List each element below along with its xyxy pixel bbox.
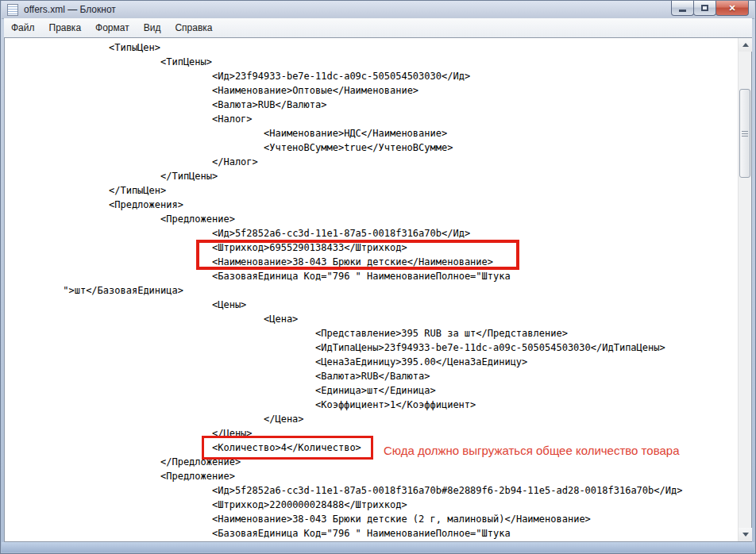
xml-line: <ЦенаЗаЕдиницу>395.00</ЦенаЗаЕдиницу> (5, 355, 738, 369)
xml-line: <Наименование>Оптовые</Наименование> (5, 83, 738, 98)
xml-line: <Представление>395 RUB за шт</Представле… (5, 326, 738, 340)
xml-line: ">шт</БазоваяЕдиница> (5, 283, 738, 298)
xml-line: <Налог> (5, 112, 738, 126)
menu-item-format[interactable]: Формат (88, 20, 137, 36)
menu-item-file[interactable]: Файл (4, 20, 42, 36)
xml-line: <Цена> (5, 312, 738, 326)
vertical-scrollbar[interactable] (738, 38, 751, 541)
edit-area[interactable]: <ТипыЦен><ТипЦены><Ид>23f94933-be7e-11dc… (4, 37, 752, 542)
scroll-down-button[interactable] (739, 528, 752, 541)
xml-line: <Ид>23f94933-be7e-11dc-a09c-505054503030… (5, 69, 738, 83)
xml-line: <Валюта>RUB</Валюта> (5, 369, 738, 383)
xml-line: <УчтеноВСумме>true</УчтеноВСумме> (5, 140, 738, 155)
minimize-icon (679, 10, 686, 12)
xml-line: <Наименование>НДС</Наименование> (5, 126, 738, 140)
xml-line: <Коэффициент>1</Коэффициент> (5, 398, 738, 412)
window-title: offers.xml — Блокнот (24, 4, 116, 15)
menu-item-view[interactable]: Вид (137, 20, 168, 36)
window-bottom-border (2, 542, 754, 552)
annotation-text: Сюда должно выгружаться общее количество… (384, 443, 680, 458)
menu-bar: Файл Правка Формат Вид Справка (4, 18, 752, 38)
highlight-box-quantity (202, 436, 373, 460)
xml-line: <Цены> (5, 298, 738, 312)
maximize-icon (701, 5, 708, 11)
xml-line: </ТипыЦен> (5, 183, 738, 198)
window-controls: ✕ (672, 1, 749, 16)
xml-line: <Единица>шт</Единица> (5, 383, 738, 398)
arrow-up-icon (742, 43, 749, 47)
notepad-icon (7, 4, 18, 16)
xml-line: <ИдТипаЦены>23f94933-be7e-11dc-a09c-5050… (5, 340, 738, 355)
xml-line: </ТипЦены> (5, 169, 738, 183)
close-button[interactable]: ✕ (716, 1, 749, 16)
xml-line: <Предложение> (5, 469, 738, 483)
xml-line: <БазоваяЕдиница Код="796 " НаименованиеП… (5, 526, 738, 541)
title-bar[interactable]: offers.xml — Блокнот ✕ (2, 1, 754, 19)
xml-line: </Налог> (5, 155, 738, 169)
xml-line: <Ид>5f2852a6-cc3d-11e1-87a5-0018f316a70b… (5, 483, 738, 498)
xml-line: <БазоваяЕдиница Код="796 " НаименованиеП… (5, 269, 738, 283)
xml-text: <ТипыЦен><ТипЦены><Ид>23f94933-be7e-11dc… (5, 38, 738, 541)
xml-line: <ТипыЦен> (5, 40, 738, 55)
arrow-down-icon (742, 533, 749, 537)
scroll-up-button[interactable] (739, 38, 752, 52)
notepad-window: offers.xml — Блокнот ✕ Файл Правка Форма… (0, 0, 756, 554)
xml-line: </Цена> (5, 412, 738, 426)
minimize-button[interactable] (671, 1, 694, 16)
highlight-box-barcode-name (196, 240, 519, 270)
menu-item-edit[interactable]: Правка (42, 20, 89, 36)
menu-item-help[interactable]: Справка (168, 20, 219, 36)
maximize-button[interactable] (693, 1, 716, 16)
xml-line: <Предложение> (5, 212, 738, 226)
xml-line: <Штрихкод>2200000028488</Штрихкод> (5, 498, 738, 512)
xml-line: <Наименование>38-043 Брюки детские (2 г,… (5, 512, 738, 526)
xml-line: <Ид>5f2852a6-cc3d-11e1-87a5-0018f316a70b… (5, 226, 738, 240)
xml-line: <ТипЦены> (5, 55, 738, 69)
thumb-grip-icon (742, 131, 748, 137)
xml-line: <Предложения> (5, 198, 738, 212)
scrollbar-thumb[interactable] (739, 89, 750, 178)
close-icon: ✕ (728, 2, 735, 15)
xml-line: <Валюта>RUB</Валюта> (5, 98, 738, 112)
